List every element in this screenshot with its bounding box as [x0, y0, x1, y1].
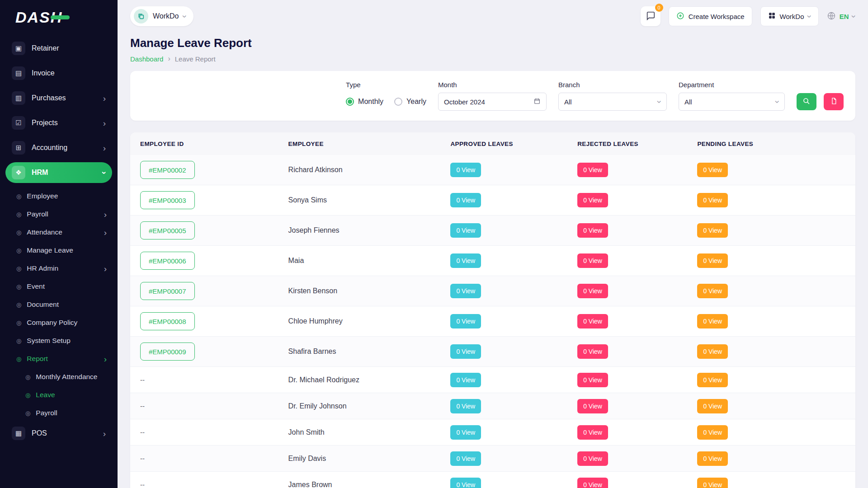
rejected-leaves-badge[interactable]: 0 View — [577, 223, 608, 238]
rejected-leaves-badge[interactable]: 0 View — [577, 253, 608, 268]
sidebar-item-hr-admin[interactable]: ◎HR Admin› — [5, 259, 112, 277]
approved-leaves-badge[interactable]: 0 View — [450, 163, 481, 177]
sidebar-item-projects[interactable]: ☑Projects› — [5, 113, 112, 133]
create-workspace-button[interactable]: Create Workspace — [669, 6, 752, 26]
column-header-pending-leaves: PENDING LEAVES — [697, 141, 845, 147]
department-select[interactable]: All › — [679, 93, 785, 111]
workspace-selector[interactable]: WorkDo › — [130, 6, 193, 26]
calendar-icon — [533, 98, 541, 106]
sidebar-item-document[interactable]: ◎Document — [5, 296, 112, 314]
sidebar-item-hrm[interactable]: ❖HRM› — [5, 162, 112, 183]
approved-leaves-badge-cell: 0 View — [450, 163, 577, 177]
approved-leaves-badge[interactable]: 0 View — [450, 451, 481, 466]
sidebar-item-monthly-attendance[interactable]: ◎Monthly Attendance — [5, 368, 112, 386]
employee-id-button[interactable]: #EMP00006 — [140, 252, 195, 270]
type-filter-group: Type Monthly Yearly — [346, 81, 426, 111]
employee-id-button[interactable]: #EMP00009 — [140, 343, 195, 361]
workspace-dropdown[interactable]: WorkDo › — [760, 6, 819, 26]
sidebar-item-payroll[interactable]: ◎Payroll — [5, 404, 112, 422]
content-area: Manage Leave Report Dashboard › Leave Re… — [118, 33, 868, 488]
dot-icon: ◎ — [25, 392, 30, 399]
approved-leaves-badge[interactable]: 0 View — [450, 344, 481, 359]
pending-leaves-badge[interactable]: 0 View — [697, 425, 728, 440]
table-row: --John Smith0 View0 View0 View — [130, 419, 855, 446]
pending-leaves-badge[interactable]: 0 View — [697, 223, 728, 238]
employee-id-button[interactable]: #EMP00007 — [140, 282, 195, 300]
employee-id-button[interactable]: #EMP00008 — [140, 312, 195, 330]
rejected-leaves-badge[interactable]: 0 View — [577, 478, 608, 488]
rejected-leaves-badge[interactable]: 0 View — [577, 373, 608, 387]
breadcrumb-dashboard-link[interactable]: Dashboard — [130, 55, 163, 63]
sidebar-item-report[interactable]: ◎Report› — [5, 350, 112, 368]
approved-leaves-badge[interactable]: 0 View — [450, 223, 481, 238]
employee-id-button[interactable]: #EMP00003 — [140, 191, 195, 209]
sidebar-item-system-setup[interactable]: ◎System Setup — [5, 332, 112, 350]
rejected-leaves-badge[interactable]: 0 View — [577, 451, 608, 466]
employee-id-button[interactable]: #EMP00005 — [140, 221, 195, 239]
approved-leaves-badge[interactable]: 0 View — [450, 284, 481, 298]
sidebar-item-attendance[interactable]: ◎Attendance› — [5, 223, 112, 241]
pending-leaves-badge[interactable]: 0 View — [697, 253, 728, 268]
sidebar-item-payroll[interactable]: ◎Payroll› — [5, 205, 112, 223]
dash-logo[interactable]: DASH — [0, 0, 118, 34]
branch-select[interactable]: All › — [558, 93, 667, 111]
approved-leaves-badge-cell: 0 View — [450, 425, 577, 440]
approved-leaves-badge[interactable]: 0 View — [450, 425, 481, 440]
employee-name: James Brown — [288, 481, 451, 488]
rejected-leaves-badge[interactable]: 0 View — [577, 284, 608, 298]
sidebar-item-company-policy[interactable]: ◎Company Policy — [5, 314, 112, 332]
sidebar-item-label: Event — [27, 282, 107, 291]
pending-leaves-badge[interactable]: 0 View — [697, 284, 728, 298]
main-area: WorkDo › 0 — [118, 0, 868, 488]
pending-leaves-badge[interactable]: 0 View — [697, 399, 728, 413]
language-selector[interactable]: EN › — [827, 11, 855, 22]
employee-name: Maia — [288, 257, 451, 265]
approved-leaves-badge[interactable]: 0 View — [450, 373, 481, 387]
employee-id-button[interactable]: #EMP00002 — [140, 161, 195, 179]
search-button[interactable] — [797, 93, 816, 110]
hrm-icon: ❖ — [12, 166, 25, 179]
rejected-leaves-badge[interactable]: 0 View — [577, 425, 608, 440]
sidebar-item-retainer[interactable]: ▣Retainer — [5, 38, 112, 59]
sidebar-item-leave[interactable]: ◎Leave — [5, 386, 112, 404]
approved-leaves-badge-cell: 0 View — [450, 223, 577, 238]
month-input[interactable]: October 2024 — [438, 93, 547, 111]
pending-leaves-badge-cell: 0 View — [697, 223, 845, 238]
sidebar-item-manage-leave[interactable]: ◎Manage Leave — [5, 241, 112, 259]
radio-yearly[interactable]: Yearly — [394, 98, 426, 106]
employee-id-empty: -- — [140, 428, 145, 436]
sidebar-item-invoice[interactable]: ▤Invoice — [5, 63, 112, 84]
sidebar-item-label: Invoice — [32, 69, 106, 77]
messages-button[interactable]: 0 — [641, 6, 660, 26]
pending-leaves-badge[interactable]: 0 View — [697, 314, 728, 328]
rejected-leaves-badge[interactable]: 0 View — [577, 193, 608, 207]
approved-leaves-badge[interactable]: 0 View — [450, 314, 481, 328]
approved-leaves-badge[interactable]: 0 View — [450, 253, 481, 268]
breadcrumb-separator: › — [168, 55, 170, 63]
pending-leaves-badge[interactable]: 0 View — [697, 373, 728, 387]
rejected-leaves-badge[interactable]: 0 View — [577, 314, 608, 328]
create-workspace-label: Create Workspace — [689, 13, 745, 20]
purchases-icon: ▥ — [12, 91, 25, 105]
pending-leaves-badge-cell: 0 View — [697, 399, 845, 413]
pending-leaves-badge[interactable]: 0 View — [697, 344, 728, 359]
sidebar-item-employee[interactable]: ◎Employee — [5, 187, 112, 205]
sidebar-item-purchases[interactable]: ▥Purchases› — [5, 88, 112, 108]
rejected-leaves-badge[interactable]: 0 View — [577, 344, 608, 359]
pending-leaves-badge[interactable]: 0 View — [697, 451, 728, 466]
approved-leaves-badge[interactable]: 0 View — [450, 478, 481, 488]
pending-leaves-badge-cell: 0 View — [697, 163, 845, 177]
sidebar-item-pos[interactable]: ▦POS› — [5, 423, 112, 444]
sidebar-item-accounting[interactable]: ⊞Accounting› — [5, 137, 112, 158]
chevron-down-icon: › — [180, 15, 189, 18]
pending-leaves-badge[interactable]: 0 View — [697, 478, 728, 488]
rejected-leaves-badge[interactable]: 0 View — [577, 399, 608, 413]
radio-monthly[interactable]: Monthly — [346, 98, 383, 106]
approved-leaves-badge[interactable]: 0 View — [450, 193, 481, 207]
pending-leaves-badge[interactable]: 0 View — [697, 163, 728, 177]
pending-leaves-badge[interactable]: 0 View — [697, 193, 728, 207]
sidebar-item-event[interactable]: ◎Event — [5, 277, 112, 296]
rejected-leaves-badge[interactable]: 0 View — [577, 163, 608, 177]
reset-button[interactable] — [824, 93, 844, 110]
approved-leaves-badge[interactable]: 0 View — [450, 399, 481, 413]
